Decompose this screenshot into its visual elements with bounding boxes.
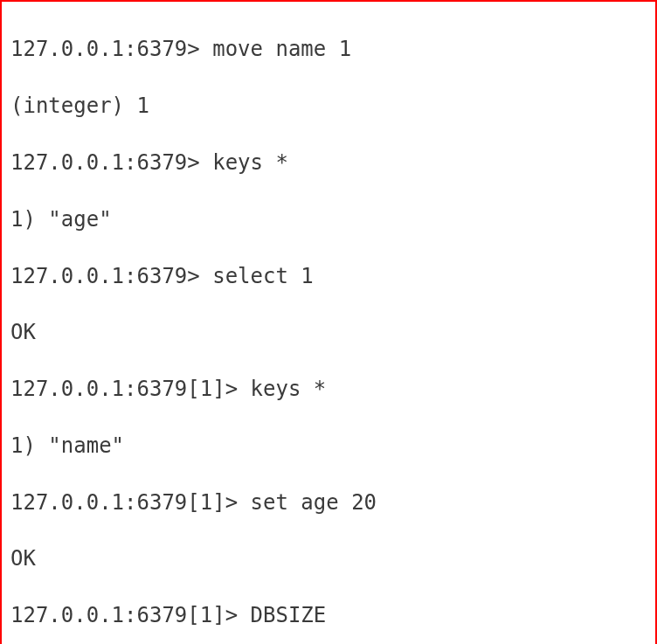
terminal-line: 1) "name" bbox=[10, 432, 647, 460]
terminal-output: 127.0.0.1:6379> move name 1 (integer) 1 … bbox=[0, 0, 657, 644]
terminal-line: (integer) 1 bbox=[10, 92, 647, 120]
terminal-line: 1) "age" bbox=[10, 205, 647, 233]
terminal-line: 127.0.0.1:6379> move name 1 bbox=[10, 35, 647, 63]
terminal-line: OK bbox=[10, 318, 647, 346]
terminal-line: 127.0.0.1:6379> select 1 bbox=[10, 262, 647, 290]
terminal-line: 127.0.0.1:6379[1]> set age 20 bbox=[10, 488, 647, 516]
terminal-line: 127.0.0.1:6379[1]> keys * bbox=[10, 375, 647, 403]
terminal-line: 127.0.0.1:6379[1]> DBSIZE bbox=[10, 601, 647, 629]
terminal-line: OK bbox=[10, 544, 647, 572]
terminal-line: 127.0.0.1:6379> keys * bbox=[10, 149, 647, 177]
